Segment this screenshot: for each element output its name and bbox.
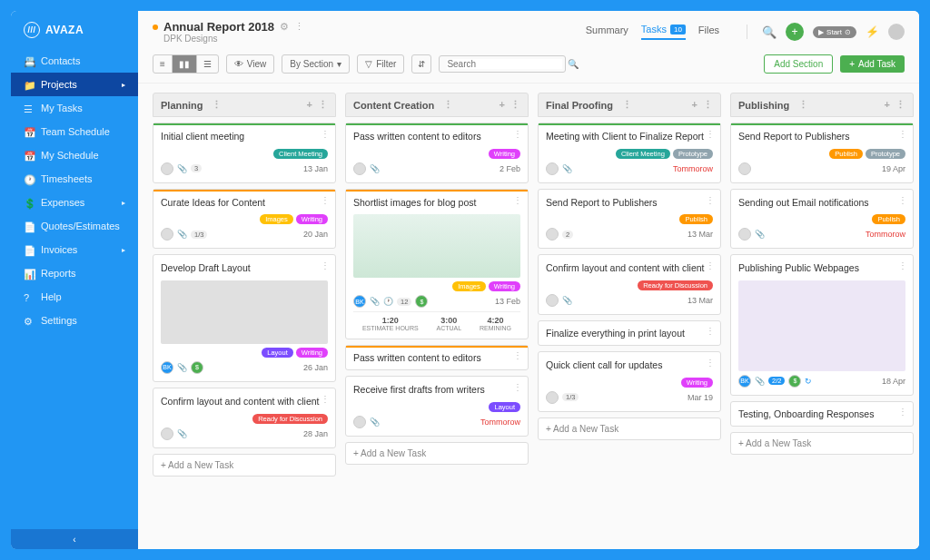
avatar-icon [161, 162, 173, 175]
sidebar-item-team-schedule[interactable]: 📅Team Schedule [11, 120, 138, 143]
sidebar-item-settings[interactable]: ⚙Settings [11, 309, 138, 332]
card-more-icon[interactable]: ⋮ [898, 129, 907, 139]
add-task-inline-button[interactable]: + Add a New Task [538, 418, 721, 440]
by-section-dropdown[interactable]: By Section ▾ [282, 54, 350, 74]
card-more-icon[interactable]: ⋮ [321, 129, 330, 139]
sidebar-item-contacts[interactable]: 📇Contacts [11, 49, 138, 73]
sidebar-item-invoices[interactable]: 📄Invoices▸ [11, 238, 138, 261]
add-button[interactable]: + [786, 23, 804, 41]
card-more-icon[interactable]: ⋮ [321, 260, 330, 270]
tab-tasks[interactable]: Tasks 10 [641, 24, 686, 40]
sidebar-item-timesheets[interactable]: 🕐Timesheets [11, 167, 138, 191]
card-more-icon[interactable]: ⋮ [513, 382, 522, 392]
card-more-icon[interactable]: ⋮ [706, 260, 715, 270]
column-add-icon[interactable]: + [885, 99, 890, 111]
column-more-icon[interactable]: ⋮ [622, 99, 632, 111]
card-more-icon[interactable]: ⋮ [513, 129, 522, 139]
board-view-button[interactable]: ▮▮ [173, 55, 197, 73]
start-timer-button[interactable]: ▶ Start ⊙ [813, 26, 856, 38]
task-card[interactable]: ⋮Pass written content to editorsWriting📎… [345, 123, 529, 183]
task-card[interactable]: Pass written content to editors⋮ [345, 345, 529, 370]
tab-files[interactable]: Files [698, 25, 719, 39]
sidebar-item-projects[interactable]: 📁Projects▸ [11, 73, 138, 96]
brand-logo[interactable]: /// AVAZA [11, 11, 138, 49]
task-card[interactable]: ⋮Develop Draft LayoutLayoutWritingBK📎$26… [153, 254, 336, 382]
avatar-icon [353, 162, 366, 175]
tab-summary[interactable]: Summary [586, 25, 628, 39]
sidebar-item-my-tasks[interactable]: ☰My Tasks [11, 96, 138, 120]
task-card[interactable]: ⋮Publishing Public WebpagesBK📎2/2$↻18 Ap… [730, 254, 914, 396]
sidebar-item-quotes-estimates[interactable]: 📄Quotes/Estimates [11, 214, 138, 238]
tag: Ready for Discussion [638, 280, 713, 290]
subtask-badge: 1/3 [191, 231, 207, 239]
task-card[interactable]: ⋮Curate Ideas for ContentImagesWriting📎1… [153, 189, 336, 250]
tag: Publish [872, 214, 905, 224]
task-card[interactable]: ⋮Send Report to PublishersPublishPrototy… [730, 123, 914, 183]
add-section-button[interactable]: Add Section [764, 54, 833, 74]
more-icon[interactable]: ⋮ [294, 21, 304, 33]
list-view-button[interactable]: ≡ [153, 55, 173, 73]
column-add-icon[interactable]: + [692, 99, 698, 111]
sidebar-item-expenses[interactable]: 💲Expenses▸ [11, 191, 138, 214]
task-card[interactable]: ⋮Sending out Email notificationsPublish📎… [730, 189, 914, 250]
repeat-icon: ↻ [805, 377, 812, 386]
card-more-icon[interactable]: ⋮ [898, 407, 907, 417]
avatar-icon [738, 228, 751, 241]
money-icon: $ [191, 361, 203, 374]
column-add-icon[interactable]: + [307, 99, 312, 111]
attachment-icon: 📎 [370, 418, 380, 427]
card-more-icon[interactable]: ⋮ [513, 350, 522, 360]
sidebar-item-reports[interactable]: 📊Reports [11, 261, 138, 285]
task-card[interactable]: ⋮Quick client call for updatesWriting1/3… [538, 351, 721, 412]
card-more-icon[interactable]: ⋮ [513, 195, 522, 205]
task-card[interactable]: ⋮Send Report to PublishersPublish213 Mar [538, 189, 721, 250]
column-more-icon[interactable]: ⋮ [443, 99, 453, 111]
sidebar-collapse-button[interactable]: ‹ [11, 529, 138, 549]
task-card[interactable]: Testing, Onboarding Responses⋮ [730, 401, 914, 427]
user-avatar[interactable] [888, 24, 905, 40]
card-more-icon[interactable]: ⋮ [706, 358, 715, 368]
add-task-inline-button[interactable]: + Add a New Task [345, 442, 529, 465]
bolt-icon[interactable]: ⚡ [866, 25, 879, 38]
compact-view-button[interactable]: ☰ [197, 55, 218, 73]
column-menu-icon[interactable]: ⋮ [318, 99, 328, 111]
add-task-button[interactable]: + Add Task [840, 55, 905, 73]
collapse-toggle-button[interactable]: ⇵ [411, 54, 431, 74]
column-add-icon[interactable]: + [500, 99, 505, 111]
task-card[interactable]: ⋮Confirm layout and content with clientR… [538, 254, 721, 315]
card-more-icon[interactable]: ⋮ [898, 260, 907, 270]
card-title: Confirm layout and content with client [546, 262, 713, 275]
nav-icon: ☰ [24, 103, 34, 113]
column-more-icon[interactable]: ⋮ [212, 99, 222, 111]
search-input[interactable] [447, 59, 562, 69]
add-task-inline-button[interactable]: + Add a New Task [153, 454, 336, 476]
search-icon[interactable]: 🔍 [762, 25, 777, 39]
card-date: 13 Jan [303, 164, 328, 173]
card-more-icon[interactable]: ⋮ [321, 195, 330, 205]
task-card[interactable]: ⋮Shortlist images for blog postImagesWri… [345, 189, 529, 340]
task-card[interactable]: ⋮Meeting with Client to Finalize ReportC… [538, 123, 721, 183]
card-more-icon[interactable]: ⋮ [706, 195, 715, 205]
column-menu-icon[interactable]: ⋮ [895, 99, 905, 111]
card-footer: 📎Tommorow [546, 162, 713, 175]
task-card[interactable]: Finalize everything in print layout⋮ [538, 320, 721, 346]
task-card[interactable]: ⋮Initial client meetingClient Meeting📎31… [153, 123, 336, 183]
gear-icon[interactable]: ⚙ [280, 21, 289, 33]
view-button[interactable]: 👁 View [226, 54, 275, 74]
column-menu-icon[interactable]: ⋮ [510, 99, 520, 111]
board: Planning⋮+⋮⋮Initial client meetingClient… [138, 84, 919, 549]
task-card[interactable]: ⋮Receive first drafts from writersLayout… [345, 376, 529, 437]
filter-button[interactable]: ▽ Filter [357, 54, 404, 74]
sidebar-item-my-schedule[interactable]: 📅My Schedule [11, 143, 138, 167]
task-card[interactable]: ⋮Confirm layout and content with clientR… [153, 388, 336, 448]
column-more-icon[interactable]: ⋮ [798, 99, 808, 111]
card-more-icon[interactable]: ⋮ [706, 129, 715, 139]
card-more-icon[interactable]: ⋮ [706, 326, 715, 336]
column-content-creation: Content Creation⋮+⋮⋮Pass written content… [345, 93, 529, 540]
sidebar-item-label: Help [41, 291, 62, 302]
column-menu-icon[interactable]: ⋮ [703, 99, 713, 111]
card-more-icon[interactable]: ⋮ [898, 195, 907, 205]
add-task-inline-button[interactable]: + Add a New Task [730, 432, 914, 455]
card-more-icon[interactable]: ⋮ [321, 394, 330, 404]
sidebar-item-help[interactable]: ?Help [11, 285, 138, 309]
